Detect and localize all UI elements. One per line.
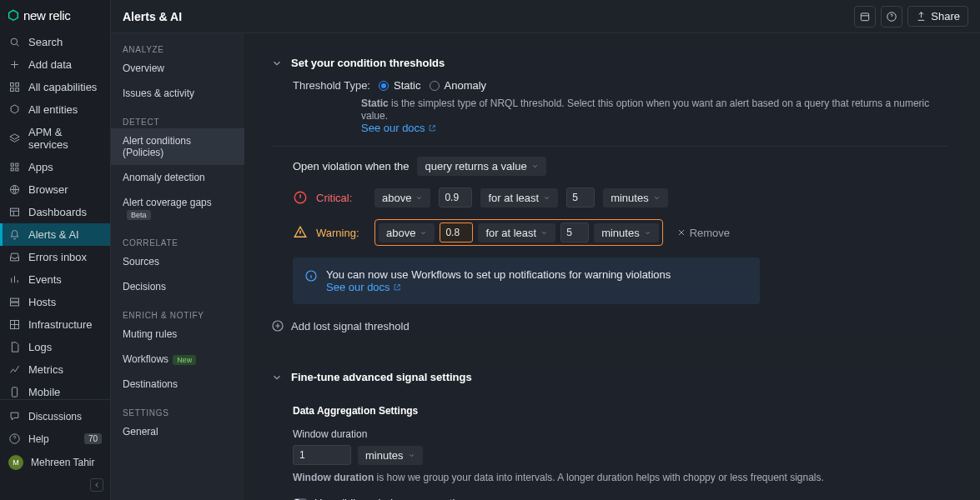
midnav-section-enrich-notify: ENRICH & NOTIFY (111, 311, 244, 322)
radio-anomaly-label: Anomaly (445, 79, 487, 92)
critical-value-input[interactable] (439, 188, 472, 208)
midnav-issues-activity[interactable]: Issues & activity (111, 81, 244, 106)
page-header: Alerts & AI Share (111, 0, 980, 33)
nav-discussions[interactable]: Discussions (0, 405, 110, 428)
secondary-nav: ANALYZEOverviewIssues & activityDETECTAl… (111, 33, 244, 500)
warning-unit[interactable]: minutes (594, 223, 659, 242)
nav-label: Metrics (28, 363, 63, 376)
critical-icon (293, 190, 308, 205)
critical-above[interactable]: above (374, 188, 430, 208)
newrelic-icon (7, 9, 20, 22)
svg-rect-10 (11, 208, 19, 216)
thresholds-toggle[interactable]: Set your condition thresholds (271, 57, 948, 69)
nav-logs[interactable]: Logs (0, 336, 110, 358)
svg-rect-14 (12, 388, 17, 397)
midnav-workflows[interactable]: WorkflowsNew (111, 347, 244, 372)
midnav-anomaly-detection[interactable]: Anomaly detection (111, 165, 244, 190)
open-violation-label: Open violation when the (293, 160, 409, 172)
nav-help[interactable]: Help70 (0, 428, 110, 450)
search-icon (8, 36, 21, 48)
midnav-section-settings: SETTINGS (111, 408, 244, 419)
nav-metrics[interactable]: Metrics (0, 358, 110, 381)
plus-circle-icon (271, 319, 284, 332)
help-button[interactable] (881, 6, 902, 28)
warning-inputs-highlight: above for at least minutes (374, 219, 663, 246)
info-text: You can now use Workflows to set up noti… (326, 268, 671, 281)
midnav-muting-rules[interactable]: Muting rules (111, 322, 244, 347)
user-row[interactable]: M Mehreen Tahir (0, 450, 110, 475)
nav-apps[interactable]: Apps (0, 156, 110, 178)
svg-rect-1 (11, 83, 14, 87)
critical-duration-input[interactable] (566, 188, 595, 208)
nav-label: Hosts (28, 296, 56, 308)
nav-hosts[interactable]: Hosts (0, 291, 110, 313)
midnav-decisions[interactable]: Decisions (111, 274, 244, 299)
collapse-nav-button[interactable] (90, 478, 103, 492)
nav-apm-services[interactable]: APM & services (0, 121, 110, 156)
svg-rect-11 (11, 298, 19, 302)
nav-label: Mobile (28, 386, 60, 398)
nav-add-data[interactable]: Add data (0, 53, 110, 76)
radio-anomaly[interactable]: Anomaly (430, 79, 487, 92)
query-returns-pill[interactable]: query returns a value (417, 157, 545, 176)
chevron-down-icon (531, 162, 539, 170)
nav-dashboards[interactable]: Dashboards (0, 201, 110, 223)
help-icon (8, 432, 21, 445)
svg-rect-2 (16, 83, 19, 87)
file-icon (8, 341, 21, 353)
midnav-alert-coverage-gaps[interactable]: Alert coverage gapsBeta (111, 190, 244, 227)
radio-static[interactable]: Static (379, 79, 421, 92)
nav-all-capabilities[interactable]: All capabilities (0, 76, 110, 98)
midnav-destinations[interactable]: Destinations (111, 372, 244, 397)
midnav-sources[interactable]: Sources (111, 249, 244, 274)
thresholds-heading: Set your condition thresholds (291, 57, 445, 69)
critical-unit[interactable]: minutes (603, 188, 668, 208)
window-duration-unit[interactable]: minutes (358, 446, 423, 465)
add-lost-signal-button[interactable]: Add lost signal threshold (271, 319, 948, 332)
warning-duration-input[interactable] (560, 222, 589, 242)
share-button[interactable]: Share (907, 6, 968, 27)
left-nav: new relic SearchAdd dataAll capabilities… (0, 0, 111, 500)
warning-row: Warning: above for at least minutes Remo… (271, 219, 948, 246)
nav-infrastructure[interactable]: Infrastructure (0, 313, 110, 336)
remove-warning-button[interactable]: Remove (676, 227, 730, 239)
advanced-toggle[interactable]: Fine-tune advanced signal settings (271, 371, 948, 383)
nav-mobile[interactable]: Mobile (0, 381, 110, 399)
warning-label: Warning: (316, 227, 366, 239)
threshold-type-label: Threshold Type: (293, 79, 370, 92)
brand-logo[interactable]: new relic (7, 8, 103, 22)
warning-value-input[interactable] (440, 222, 473, 242)
warning-forat[interactable]: for at least (478, 223, 555, 242)
window-duration-input[interactable] (293, 445, 351, 465)
date-button[interactable] (854, 6, 876, 28)
critical-row: Critical: above for at least minutes (271, 188, 948, 208)
avatar: M (8, 455, 23, 470)
midnav-general[interactable]: General (111, 419, 244, 444)
server-icon (8, 296, 21, 308)
nav-events[interactable]: Events (0, 268, 110, 291)
nav-alerts-ai[interactable]: Alerts & AI (0, 223, 110, 246)
nav-search[interactable]: Search (0, 31, 110, 53)
critical-forat[interactable]: for at least (480, 188, 558, 208)
midnav-alert-conditions-policies-[interactable]: Alert conditions (Policies) (111, 128, 244, 165)
warning-above[interactable]: above (379, 223, 435, 242)
svg-point-0 (11, 38, 18, 45)
nav-all-entities[interactable]: All entities (0, 98, 110, 121)
static-desc: is the simplest type of NRQL threshold. … (361, 98, 929, 122)
share-icon (916, 11, 927, 22)
nav-browser[interactable]: Browser (0, 178, 110, 201)
aggregation-heading: Data Aggregation Settings (293, 405, 418, 417)
nav-label: Apps (28, 161, 53, 173)
nav-errors-inbox[interactable]: Errors inbox (0, 246, 110, 268)
info-see-docs[interactable]: See our docs (326, 281, 401, 293)
see-docs-link[interactable]: See our docs (361, 122, 436, 134)
nav-label: Alerts & AI (28, 228, 79, 241)
infra-icon (8, 318, 21, 331)
warning-icon (293, 225, 308, 240)
advanced-heading: Fine-tune advanced signal settings (291, 371, 472, 383)
nav-label: Errors inbox (28, 251, 87, 263)
midnav-overview[interactable]: Overview (111, 56, 244, 81)
help-icon (886, 11, 897, 22)
critical-label: Critical: (316, 192, 366, 204)
window-duration-desc: Window duration is how we group your dat… (293, 471, 948, 485)
